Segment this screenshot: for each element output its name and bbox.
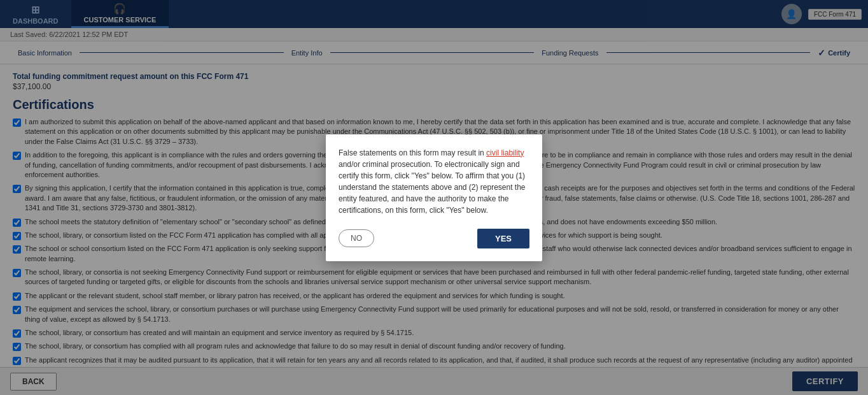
modal-buttons: NO YES	[339, 229, 529, 248]
modal-no-button[interactable]: NO	[339, 229, 374, 247]
civil-liability-link: civil liability	[486, 148, 524, 157]
modal-yes-button[interactable]: YES	[477, 229, 529, 248]
modal-text: False statements on this form may result…	[339, 147, 529, 216]
modal-box: False statements on this form may result…	[326, 134, 542, 261]
modal-overlay[interactable]: False statements on this form may result…	[0, 0, 868, 395]
